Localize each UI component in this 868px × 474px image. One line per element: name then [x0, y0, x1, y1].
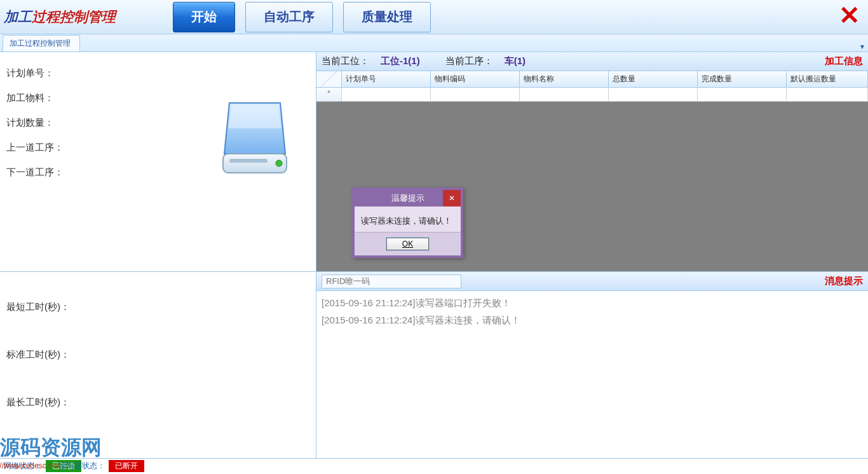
dialog-title: 温馨提示	[391, 193, 424, 204]
time-block: 最短工时(秒)： 标准工时(秒)： 最长工时(秒)： 源码资源网	[0, 272, 316, 458]
reader-status-value: 已断开	[109, 460, 144, 472]
quality-button[interactable]: 质量处理	[343, 2, 431, 32]
start-button[interactable]: 开始	[173, 2, 235, 32]
svg-point-2	[276, 160, 282, 166]
grid-header: 计划单号 物料编码 物料名称 总数量 完成数量 默认搬运数量	[316, 71, 868, 88]
tab-process-control[interactable]: 加工过程控制管理	[3, 35, 80, 51]
site-url: http://www.codesc.net	[0, 461, 59, 470]
rfid-input[interactable]	[322, 274, 461, 288]
message-pane: [2015-09-16 21:12:24]读写器端口打开失败！ [2015-09…	[316, 291, 868, 458]
plan-no-label: 计划单号：	[6, 61, 309, 86]
dialog-titlebar[interactable]: 温馨提示 ✕	[355, 190, 461, 207]
col-material-code[interactable]: 物料编码	[431, 71, 520, 87]
svg-rect-1	[229, 159, 268, 163]
min-time-label: 最短工时(秒)：	[6, 283, 309, 331]
grid-corner	[316, 71, 342, 87]
tab-overflow-icon[interactable]: ▼	[859, 43, 865, 50]
tab-strip: 加工过程控制管理 ▼	[0, 34, 868, 52]
station-bar: 当前工位： 工位-1(1) 当前工序： 车(1) 加工信息	[316, 52, 868, 71]
rfid-bar: 消息提示	[316, 272, 868, 291]
dialog-close-icon[interactable]: ✕	[443, 190, 461, 207]
row-marker: *	[316, 88, 342, 101]
status-bar: 网络状态： 已连接 http://www.codesc.net 读写器状态： 已…	[0, 459, 868, 473]
col-done-qty[interactable]: 完成数量	[698, 71, 787, 87]
log-line: [2015-09-16 21:12:24]读写器端口打开失败！	[322, 295, 863, 312]
log-line: [2015-09-16 21:12:24]读写器未连接，请确认！	[322, 312, 863, 329]
current-op-value: 车(1)	[505, 55, 526, 67]
watermark-text: 源码资源网	[0, 434, 102, 462]
max-time-label: 最长工时(秒)：	[6, 379, 309, 426]
current-position-value: 工位-1(1)	[381, 55, 420, 67]
dialog-footer: OK	[355, 232, 461, 255]
drive-icon	[217, 97, 293, 187]
col-material-name[interactable]: 物料名称	[520, 71, 609, 87]
current-op-label: 当前工序：	[445, 55, 493, 67]
plan-info-block: 计划单号： 加工物料： 计划数量： 上一道工序： 下一道工序：	[0, 52, 316, 272]
app-title-a: 加工	[4, 9, 32, 25]
main-toolbar: 加工过程控制管理 开始 自动工序 质量处理 ✕	[0, 0, 868, 34]
std-time-label: 标准工时(秒)：	[6, 331, 309, 379]
message-hint-label: 消息提示	[825, 275, 863, 287]
alert-dialog: 温馨提示 ✕ 读写器未连接，请确认！ OK	[352, 187, 463, 258]
app-title: 加工过程控制管理	[0, 8, 116, 27]
col-default-move-qty[interactable]: 默认搬运数量	[787, 71, 868, 87]
reader-status-label: 读写器状态：	[59, 461, 105, 471]
grid-new-row[interactable]: *	[316, 88, 868, 102]
left-pane: 计划单号： 加工物料： 计划数量： 上一道工序： 下一道工序：	[0, 52, 316, 458]
col-plan-no[interactable]: 计划单号	[342, 71, 431, 87]
col-total-qty[interactable]: 总数量	[609, 71, 698, 87]
auto-process-button[interactable]: 自动工序	[245, 2, 333, 32]
app-title-b: 过程控制管理	[32, 9, 116, 25]
dialog-body: 读写器未连接，请确认！	[355, 207, 461, 232]
processing-info-label: 加工信息	[825, 55, 863, 67]
dialog-ok-button[interactable]: OK	[386, 238, 429, 250]
current-position-label: 当前工位：	[322, 55, 369, 67]
close-icon[interactable]: ✕	[839, 3, 860, 28]
